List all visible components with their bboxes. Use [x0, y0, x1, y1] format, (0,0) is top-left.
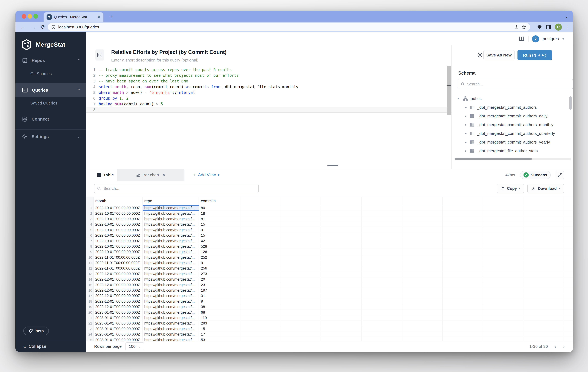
sql-code[interactable]: where month > now() - '6 months'::interv…	[99, 90, 195, 95]
cell-repo[interactable]: https://github.com/mergestat/...	[143, 244, 199, 249]
empty-cell[interactable]	[442, 293, 483, 299]
empty-cell[interactable]	[321, 332, 362, 337]
cell-month[interactable]: 2022-10-01T00:00:00.000Z	[94, 233, 143, 238]
empty-cell[interactable]	[281, 233, 321, 238]
address-bar[interactable]: localhost:3300/queries	[48, 23, 530, 31]
empty-cell[interactable]	[362, 337, 402, 341]
empty-cell[interactable]	[281, 310, 321, 315]
empty-cell[interactable]	[362, 216, 402, 222]
traffic-light-minimize[interactable]	[28, 14, 32, 19]
empty-cell[interactable]	[402, 321, 442, 326]
empty-cell[interactable]	[442, 249, 483, 255]
empty-cell[interactable]	[442, 332, 483, 337]
empty-cell[interactable]	[402, 288, 442, 293]
empty-cell[interactable]	[281, 260, 321, 266]
cell-month[interactable]: 2022-10-01T00:00:00.000Z	[94, 216, 143, 222]
cell-commits[interactable]: 53	[199, 337, 240, 341]
cell-month[interactable]: 2022-12-01T00:00:00.000Z	[94, 299, 143, 304]
empty-cell[interactable]	[240, 326, 281, 331]
share-icon[interactable]	[514, 25, 519, 30]
schema-root-row[interactable]: ▾ public	[452, 94, 573, 103]
table-caret-icon[interactable]: ▸	[463, 106, 468, 109]
empty-cell[interactable]	[442, 304, 483, 310]
empty-cell[interactable]	[483, 326, 523, 331]
cell-repo[interactable]: https://github.com/mergestat/...	[143, 233, 199, 238]
forward-icon[interactable]: →	[30, 24, 36, 30]
empty-cell[interactable]	[281, 255, 321, 260]
empty-cell[interactable]	[402, 216, 442, 222]
empty-cell[interactable]	[321, 255, 362, 260]
empty-cell[interactable]	[321, 299, 362, 304]
tab-close-icon[interactable]: ✕	[97, 15, 100, 20]
sql-line[interactable]: 1-- track commit counts across repos ove…	[86, 67, 452, 72]
empty-cell[interactable]	[281, 216, 321, 222]
empty-cell[interactable]	[362, 197, 402, 205]
cell-commits[interactable]: 68	[199, 310, 240, 315]
empty-cell[interactable]	[442, 310, 483, 315]
panel-resize-handle[interactable]	[327, 165, 338, 166]
empty-cell[interactable]	[442, 321, 483, 326]
schema-table-row[interactable]: ▸_dbt_mergestat_commit_authors_yearly	[452, 138, 573, 146]
empty-cell[interactable]	[523, 277, 564, 282]
cell-commits[interactable]: 15	[199, 222, 240, 227]
empty-cell[interactable]	[483, 260, 523, 266]
cell-month[interactable]: 2023-01-01T00:00:00.000Z	[94, 332, 143, 337]
rows-per-page-select[interactable]: 100 ⌄	[126, 342, 144, 350]
empty-cell[interactable]	[362, 222, 402, 227]
empty-cell[interactable]	[281, 293, 321, 299]
docs-book-icon[interactable]	[518, 36, 525, 42]
cell-commits[interactable]: 9	[199, 227, 240, 233]
empty-cell[interactable]	[483, 244, 523, 249]
empty-cell[interactable]	[321, 304, 362, 310]
sql-code[interactable]: select month, repo, sum(commit_count) as…	[99, 85, 298, 89]
empty-cell[interactable]	[523, 255, 564, 260]
empty-cell[interactable]	[523, 216, 564, 222]
sql-line[interactable]: 8	[86, 107, 452, 113]
empty-cell[interactable]	[523, 233, 564, 238]
tab-close-icon[interactable]: ✕	[162, 173, 165, 177]
empty-cell[interactable]	[362, 205, 402, 211]
sidebar-item-queries[interactable]: Queries ⌃	[15, 83, 86, 97]
empty-cell[interactable]	[442, 260, 483, 266]
cell-repo[interactable]: https://github.com/mergestat/...	[143, 216, 199, 222]
empty-cell[interactable]	[281, 304, 321, 310]
schema-vertical-scrollbar[interactable]	[569, 96, 572, 110]
schema-table-name[interactable]: _dbt_mergestat_commit_authors_quarterly	[477, 131, 555, 136]
cell-repo[interactable]: https://github.com/mergestat/...	[143, 326, 199, 331]
empty-cell[interactable]	[442, 288, 483, 293]
empty-cell[interactable]	[523, 249, 564, 255]
new-tab-icon[interactable]: +	[109, 13, 113, 21]
sidebar-item-saved-queries[interactable]: Saved Queries	[30, 101, 57, 105]
empty-cell[interactable]	[483, 315, 523, 320]
cell-month[interactable]: 2023-01-01T00:00:00.000Z	[94, 321, 143, 326]
cell-commits[interactable]: 283	[199, 321, 240, 326]
schema-table-row[interactable]: ▸_dbt_mergestat_commit_authors	[452, 103, 573, 112]
empty-cell[interactable]	[483, 271, 523, 277]
schema-table-row[interactable]: ▸_dbt_mergestat_commit_authors_quarterly	[452, 129, 573, 138]
empty-cell[interactable]	[483, 233, 523, 238]
empty-cell[interactable]	[281, 277, 321, 282]
empty-cell[interactable]	[240, 337, 281, 341]
editor-scrollbar[interactable]	[447, 66, 451, 115]
sql-editor[interactable]: 1-- track commit counts across repos ove…	[86, 66, 452, 169]
collapse-button[interactable]: « Collapse	[23, 344, 46, 349]
empty-cell[interactable]	[281, 337, 321, 341]
empty-cell[interactable]	[281, 211, 321, 216]
empty-cell[interactable]	[442, 266, 483, 271]
sql-line[interactable]: 4select month, repo, sum(commit_count) a…	[86, 84, 452, 90]
sql-code[interactable]: -- proxy measurement to see what project…	[99, 73, 239, 78]
empty-cell[interactable]	[402, 233, 442, 238]
empty-cell[interactable]	[281, 321, 321, 326]
site-info-icon[interactable]	[51, 25, 56, 29]
empty-cell[interactable]	[442, 255, 483, 260]
cell-commits[interactable]: 15	[199, 326, 240, 331]
empty-cell[interactable]	[362, 266, 402, 271]
empty-cell[interactable]	[362, 321, 402, 326]
empty-cell[interactable]	[321, 277, 362, 282]
cell-month[interactable]: 2023-01-01T00:00:00.000Z	[94, 310, 143, 315]
empty-cell[interactable]	[240, 277, 281, 282]
table-caret-icon[interactable]: ▸	[463, 149, 468, 153]
sql-line[interactable]: 2-- proxy measurement to see what projec…	[86, 72, 452, 78]
empty-cell[interactable]	[523, 288, 564, 293]
cell-month[interactable]: 2022-10-01T00:00:00.000Z	[94, 244, 143, 249]
